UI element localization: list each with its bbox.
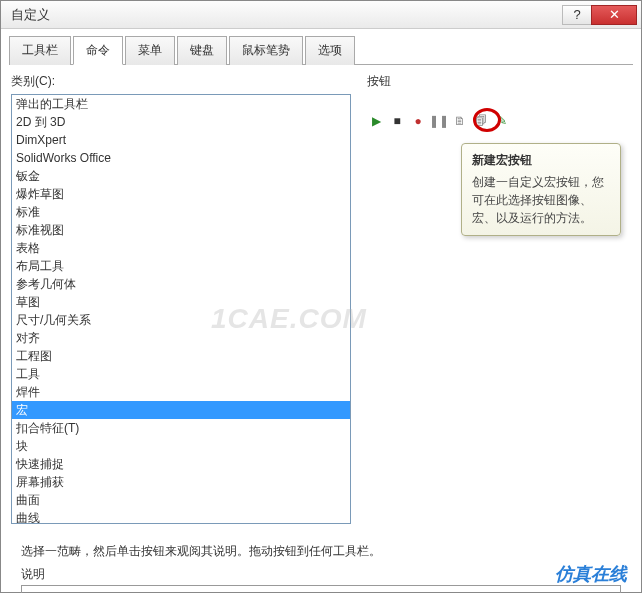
tab-0[interactable]: 工具栏 [9,36,71,65]
category-item[interactable]: 扣合特征(T) [12,419,350,437]
titlebar-buttons: ? ✕ [563,5,637,25]
tabs: 工具栏命令菜单键盘鼠标笔势选项 [9,35,633,65]
category-item[interactable]: 草图 [12,293,350,311]
category-label: 类别(C): [11,73,351,90]
category-item[interactable]: 表格 [12,239,350,257]
tooltip-body: 创建一自定义宏按钮，您可在此选择按钮图像、宏、以及运行的方法。 [472,173,610,227]
content-area: 类别(C): 弹出的工具栏2D 到 3DDimXpertSolidWorks O… [1,65,641,535]
tab-5[interactable]: 选项 [305,36,355,65]
category-item[interactable]: 焊件 [12,383,350,401]
tab-2[interactable]: 菜单 [125,36,175,65]
category-item[interactable]: 爆炸草图 [12,185,350,203]
new-macro-icon[interactable]: ✎ [493,112,511,130]
category-item[interactable]: DimXpert [12,131,350,149]
pause-icon[interactable]: ❚❚ [430,112,448,130]
category-item[interactable]: 布局工具 [12,257,350,275]
description-box [21,585,621,593]
category-item[interactable]: 标准视图 [12,221,350,239]
category-item[interactable]: 工具 [12,365,350,383]
tab-3[interactable]: 键盘 [177,36,227,65]
record-pause-icon[interactable]: ● [409,112,427,130]
category-item[interactable]: 参考几何体 [12,275,350,293]
edit-doc-icon[interactable]: 🗐 [472,112,490,130]
description-area: 说明 [21,566,621,593]
category-item[interactable]: 工程图 [12,347,350,365]
instruction-text: 选择一范畴，然后单击按钮来观阅其说明。拖动按钮到任何工具栏。 [21,543,621,560]
category-item[interactable]: 对齐 [12,329,350,347]
close-button[interactable]: ✕ [591,5,637,25]
customize-dialog: 自定义 ? ✕ 工具栏命令菜单键盘鼠标笔势选项 类别(C): 弹出的工具栏2D … [0,0,642,593]
tooltip: 新建宏按钮 创建一自定义宏按钮，您可在此选择按钮图像、宏、以及运行的方法。 [461,143,621,236]
tooltip-title: 新建宏按钮 [472,152,610,169]
category-item[interactable]: 曲面 [12,491,350,509]
buttons-label: 按钮 [367,73,631,90]
category-item[interactable]: 标准 [12,203,350,221]
category-listbox[interactable]: 弹出的工具栏2D 到 3DDimXpertSolidWorks Office钣金… [11,94,351,524]
category-item[interactable]: 宏 [12,401,350,419]
macro-buttons-strip: ▶■●❚❚🗎🗐✎ [367,112,631,130]
titlebar: 自定义 ? ✕ [1,1,641,29]
description-label: 说明 [21,566,621,583]
dialog-title: 自定义 [11,6,50,24]
category-item[interactable]: 曲线 [12,509,350,524]
tab-1[interactable]: 命令 [73,36,123,65]
category-item[interactable]: 块 [12,437,350,455]
category-item[interactable]: 快速捕捉 [12,455,350,473]
category-item[interactable]: 尺寸/几何关系 [12,311,350,329]
category-panel: 类别(C): 弹出的工具栏2D 到 3DDimXpertSolidWorks O… [11,73,351,535]
category-item[interactable]: SolidWorks Office [12,149,350,167]
category-item[interactable]: 屏幕捕获 [12,473,350,491]
category-item[interactable]: 2D 到 3D [12,113,350,131]
help-button[interactable]: ? [562,5,592,25]
buttons-panel: 按钮 ▶■●❚❚🗎🗐✎ 新建宏按钮 创建一自定义宏按钮，您可在此选择按钮图像、宏… [351,73,631,535]
doc-icon[interactable]: 🗎 [451,112,469,130]
play-icon[interactable]: ▶ [367,112,385,130]
stop-icon[interactable]: ■ [388,112,406,130]
category-item[interactable]: 弹出的工具栏 [12,95,350,113]
category-item[interactable]: 钣金 [12,167,350,185]
tab-4[interactable]: 鼠标笔势 [229,36,303,65]
